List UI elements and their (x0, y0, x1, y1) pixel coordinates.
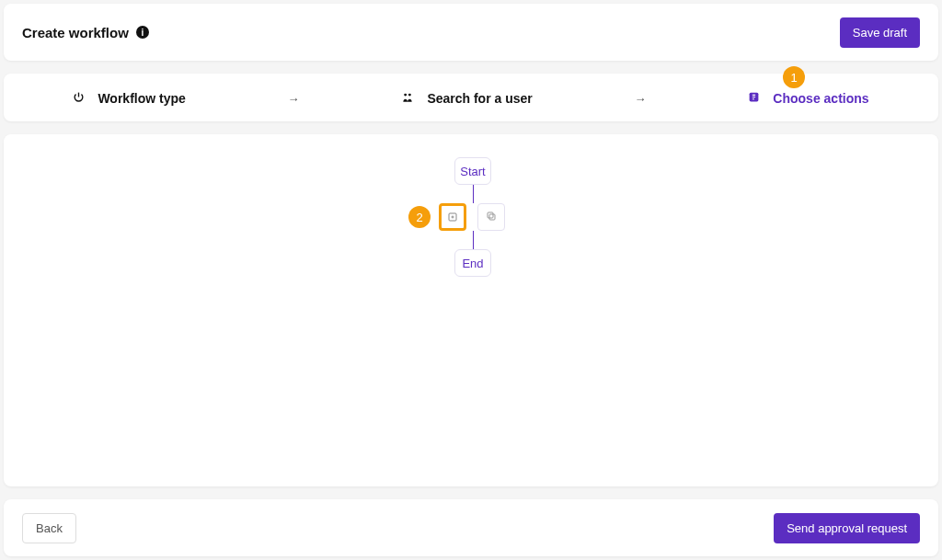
svg-rect-5 (488, 212, 493, 218)
copy-icon (486, 209, 497, 225)
info-icon[interactable]: i (136, 26, 149, 39)
step-search-label: Search for a user (427, 91, 532, 106)
users-icon (401, 91, 414, 107)
plus-icon (447, 211, 458, 223)
back-button[interactable]: Back (22, 513, 76, 543)
svg-rect-4 (489, 214, 495, 220)
footer-bar: Back Send approval request (4, 499, 938, 556)
callout-badge-2: 2 (408, 206, 431, 228)
send-approval-request-button[interactable]: Send approval request (774, 513, 920, 543)
workflow-connector-line (473, 185, 474, 203)
workflow-area: 2 Start End (4, 153, 938, 486)
callout-badge-1: 1 (783, 66, 805, 88)
workflow-canvas: 2 Start End (4, 134, 938, 486)
workflow-connector-line (473, 231, 474, 249)
steps-bar: 1 Workflow type → Search for a user → Ch… (4, 74, 938, 121)
step-type-label: Workflow type (98, 91, 185, 106)
svg-point-1 (408, 93, 411, 96)
power-icon (73, 91, 85, 106)
duplicate-action-button[interactable] (477, 203, 505, 231)
actions-icon (748, 91, 760, 106)
step-search-user[interactable]: Search for a user (401, 91, 532, 107)
workflow-end-node[interactable]: End (454, 249, 491, 277)
workflow-start-node[interactable]: Start (454, 157, 491, 185)
save-draft-button[interactable]: Save draft (840, 17, 920, 48)
step-workflow-type[interactable]: Workflow type (73, 91, 185, 106)
header-bar: Create workflow i Save draft (4, 4, 938, 61)
add-action-button[interactable] (439, 203, 466, 231)
page-title: Create workflow (22, 25, 129, 40)
header-left: Create workflow i (22, 25, 149, 40)
arrow-right-icon: → (288, 92, 300, 106)
arrow-right-icon: → (635, 92, 647, 106)
step-choose-actions[interactable]: Choose actions (748, 91, 868, 106)
step-actions-label: Choose actions (773, 91, 868, 106)
svg-point-0 (405, 93, 408, 96)
